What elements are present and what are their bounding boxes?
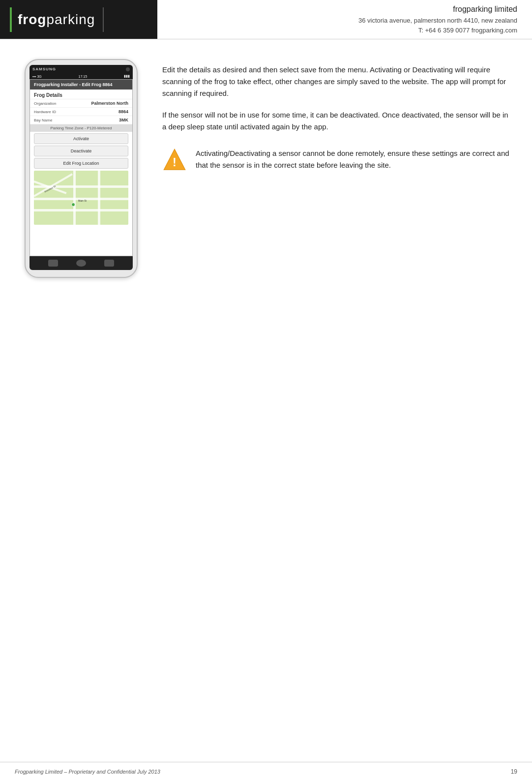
footer-copyright: Frogparking Limited – Proprietary and Co… — [15, 769, 160, 775]
page-header: frogparking frogparking limited 36 victo… — [0, 0, 532, 39]
phone-hw-value: 8864 — [118, 109, 128, 114]
footer-page-number: 19 — [511, 768, 517, 775]
logo-accent-bar — [10, 7, 12, 32]
phone-org-row: Organization Palmerston North — [30, 99, 132, 108]
phone-camera — [126, 67, 130, 71]
paragraph-1: Edit the details as desired and then sel… — [162, 64, 512, 99]
phone-mockup-wrapper: SAMSUNG ▪▪▪ 3G 17:15 ▮▮▮ Frogparking Ins… — [20, 59, 143, 278]
main-content: SAMSUNG ▪▪▪ 3G 17:15 ▮▮▮ Frogparking Ins… — [0, 39, 532, 298]
phone-menu-btn[interactable] — [104, 260, 114, 267]
phone-bay-value: 3MK — [119, 118, 128, 122]
map-road-v1 — [73, 171, 76, 225]
logo-divider — [103, 7, 104, 32]
page-footer: Frogparking Limited – Proprietary and Co… — [0, 762, 532, 781]
phone-time: 17:15 — [79, 75, 88, 78]
svg-text:!: ! — [173, 156, 177, 169]
phone-mockup: SAMSUNG ▪▪▪ 3G 17:15 ▮▮▮ Frogparking Ins… — [25, 59, 138, 278]
paragraph-2: If the sensor will not be in use for som… — [162, 109, 512, 133]
map-road-3 — [34, 209, 128, 211]
phone-org-label: Organization — [34, 101, 56, 106]
warning-text: Activating/Deactivating a sensor cannot … — [196, 148, 512, 171]
phone-app-bar: Frogparking Installer - Edit Frog 8864 — [30, 80, 132, 90]
text-content-area: Edit the details as desired and then sel… — [162, 59, 512, 186]
phone-bottom-bar — [30, 256, 133, 270]
phone-edit-location-button[interactable]: Edit Frog Location — [34, 158, 128, 169]
phone-bay-label: Bay Name — [34, 118, 52, 122]
phone-top-bar: SAMSUNG — [30, 65, 133, 73]
phone-parking-zone: Parking Time Zone - P120-Metered — [30, 124, 132, 132]
phone-activate-button[interactable]: Activate — [34, 133, 128, 144]
map-road-v2 — [98, 171, 100, 225]
phone-bay-row: Bay Name 3MK — [30, 116, 132, 124]
phone-back-btn[interactable] — [48, 260, 58, 267]
phone-status-bar: ▪▪▪ 3G 17:15 ▮▮▮ — [30, 73, 133, 79]
company-address: 36 victoria avenue, palmerston north 441… — [358, 16, 517, 26]
map-label-main-st: Main St — [78, 199, 87, 202]
phone-screen: Frogparking Installer - Edit Frog 8864 F… — [30, 79, 133, 256]
header-contact-info: frogparking limited 36 victoria avenue, … — [157, 0, 532, 39]
phone-section-title: Frog Details — [30, 90, 132, 99]
phone-hw-label: Hardware ID — [34, 110, 56, 114]
phone-hw-row: Hardware ID 8864 — [30, 108, 132, 116]
company-contact: T: +64 6 359 0077 frogparking.com — [358, 26, 517, 36]
company-info-block: frogparking limited 36 victoria avenue, … — [358, 3, 517, 36]
phone-deactivate-button[interactable]: Deactivate — [34, 146, 128, 156]
warning-icon: ! — [162, 148, 187, 172]
logo-area: frogparking — [0, 0, 157, 39]
phone-signal-icons: ▪▪▪ 3G — [32, 75, 42, 78]
company-name: frogparking limited — [358, 3, 517, 16]
phone-battery-icon: ▮▮▮ — [124, 74, 130, 78]
phone-brand: SAMSUNG — [32, 67, 56, 71]
warning-box: ! Activating/Deactivating a sensor canno… — [162, 143, 512, 186]
phone-map: Main St Princess St — [34, 171, 128, 225]
logo-text: frogparking — [18, 12, 95, 28]
phone-home-btn[interactable] — [76, 260, 86, 267]
phone-org-value: Palmerston North — [91, 101, 128, 106]
map-frog-dot — [71, 203, 75, 207]
